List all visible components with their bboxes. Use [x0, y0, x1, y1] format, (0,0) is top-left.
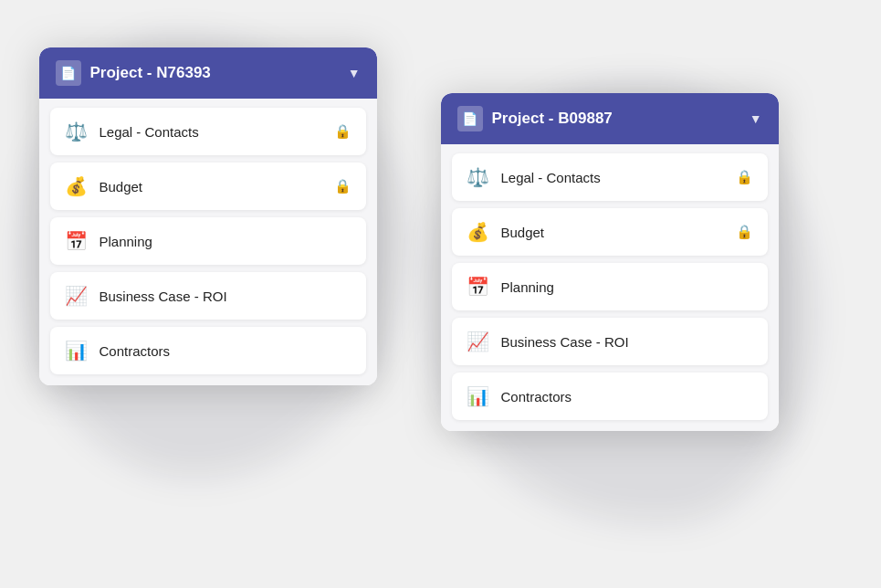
budget-1-icon: 💰 [65, 175, 89, 197]
menu-item-legal-contacts-2[interactable]: ⚖️Legal - Contacts🔒 [452, 153, 768, 201]
project-card-card1: 📄Project - N76393▼⚖️Legal - Contacts🔒💰Bu… [39, 47, 377, 385]
legal-contacts-1-label: Legal - Contacts [100, 124, 323, 140]
business-case-roi-2-icon: 📈 [467, 331, 490, 352]
menu-item-planning-1[interactable]: 📅Planning [50, 217, 366, 265]
card-title: Project - B09887 [492, 110, 740, 128]
planning-2-icon: 📅 [467, 276, 490, 298]
menu-item-budget-2[interactable]: 💰Budget🔒 [452, 208, 768, 256]
lock-icon: 🔒 [736, 169, 753, 185]
budget-2-icon: 💰 [467, 221, 490, 243]
menu-item-legal-contacts-1[interactable]: ⚖️Legal - Contacts🔒 [50, 108, 366, 155]
chevron-down-icon[interactable]: ▼ [750, 111, 762, 126]
menu-item-contractors-2[interactable]: 📊Contractors [452, 373, 768, 420]
planning-1-label: Planning [100, 234, 351, 249]
card-header-card1[interactable]: 📄Project - N76393▼ [39, 47, 377, 99]
menu-item-business-case-roi-1[interactable]: 📈Business Case - ROI [50, 272, 366, 320]
card-body-card2: ⚖️Legal - Contacts🔒💰Budget🔒📅Planning📈Bus… [441, 144, 779, 431]
document-icon: 📄 [56, 60, 81, 86]
contractors-1-icon: 📊 [65, 340, 89, 362]
business-case-roi-1-icon: 📈 [65, 285, 89, 307]
planning-2-label: Planning [501, 279, 753, 295]
contractors-2-icon: 📊 [467, 385, 490, 407]
legal-contacts-2-label: Legal - Contacts [501, 170, 725, 185]
document-icon: 📄 [457, 106, 483, 131]
lock-icon: 🔒 [334, 123, 351, 140]
menu-item-business-case-roi-2[interactable]: 📈Business Case - ROI [452, 318, 768, 365]
business-case-roi-1-label: Business Case - ROI [100, 289, 351, 304]
business-case-roi-2-label: Business Case - ROI [501, 334, 753, 350]
lock-icon: 🔒 [736, 224, 753, 240]
contractors-2-label: Contractors [501, 389, 753, 404]
menu-item-planning-2[interactable]: 📅Planning [452, 263, 768, 310]
project-card-card2: 📄Project - B09887▼⚖️Legal - Contacts🔒💰Bu… [441, 93, 779, 431]
contractors-1-label: Contractors [100, 343, 351, 359]
card-title: Project - N76393 [90, 64, 339, 82]
legal-contacts-2-icon: ⚖️ [467, 166, 490, 188]
card-body-card1: ⚖️Legal - Contacts🔒💰Budget🔒📅Planning📈Bus… [39, 99, 377, 385]
budget-2-label: Budget [501, 225, 725, 240]
menu-item-contractors-1[interactable]: 📊Contractors [50, 327, 366, 374]
lock-icon: 🔒 [334, 178, 351, 194]
scene: 📄Project - N76393▼⚖️Legal - Contacts🔒💰Bu… [21, 20, 861, 568]
card-header-card2[interactable]: 📄Project - B09887▼ [441, 93, 779, 144]
chevron-down-icon[interactable]: ▼ [348, 66, 361, 80]
legal-contacts-1-icon: ⚖️ [65, 121, 89, 142]
budget-1-label: Budget [100, 179, 323, 194]
menu-item-budget-1[interactable]: 💰Budget🔒 [50, 163, 366, 210]
planning-1-icon: 📅 [65, 230, 89, 252]
